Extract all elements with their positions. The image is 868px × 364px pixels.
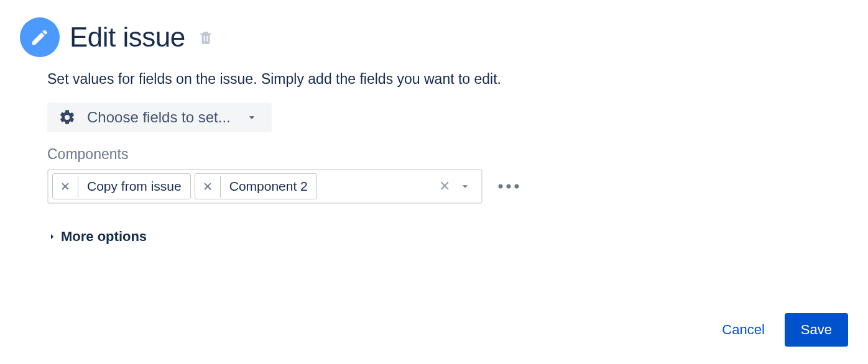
tag-label: Component 2 [221, 174, 316, 199]
trash-icon [198, 29, 214, 45]
component-tag: ✕ Component 2 [195, 173, 317, 199]
gear-icon [58, 109, 76, 126]
components-field-label: Components [47, 146, 848, 163]
cancel-button[interactable]: Cancel [716, 313, 770, 347]
more-horizontal-icon [497, 183, 520, 189]
tag-label: Copy from issue [78, 174, 190, 199]
header: Edit issue [20, 17, 848, 57]
footer-actions: Cancel Save [716, 313, 848, 347]
save-button[interactable]: Save [785, 313, 848, 347]
chevron-right-icon [47, 232, 57, 242]
svg-point-2 [499, 184, 503, 189]
more-options-label: More options [61, 229, 147, 245]
svg-point-3 [507, 184, 511, 189]
select-controls: ✕ [439, 180, 478, 193]
delete-button[interactable] [195, 27, 216, 48]
page-title: Edit issue [70, 22, 185, 53]
content-area: Set values for fields on the issue. Simp… [20, 57, 848, 245]
chevron-down-icon [246, 111, 258, 124]
components-row: ✕ Copy from issue ✕ Component 2 ✕ [47, 169, 848, 204]
svg-rect-0 [204, 36, 205, 42]
more-options-toggle[interactable]: More options [47, 229, 147, 245]
components-select[interactable]: ✕ Copy from issue ✕ Component 2 ✕ [47, 169, 482, 204]
field-actions-button[interactable] [494, 180, 524, 193]
pencil-icon [20, 17, 60, 57]
choose-fields-label: Choose fields to set... [87, 109, 231, 126]
remove-tag-button[interactable]: ✕ [53, 176, 78, 198]
svg-point-4 [515, 184, 519, 189]
description-text: Set values for fields on the issue. Simp… [47, 71, 848, 88]
dropdown-caret-icon[interactable] [459, 180, 471, 193]
clear-all-button[interactable]: ✕ [439, 180, 450, 193]
remove-tag-button[interactable]: ✕ [195, 176, 221, 198]
svg-rect-1 [206, 36, 208, 42]
component-tag: ✕ Copy from issue [52, 173, 191, 199]
choose-fields-dropdown[interactable]: Choose fields to set... [47, 102, 272, 132]
